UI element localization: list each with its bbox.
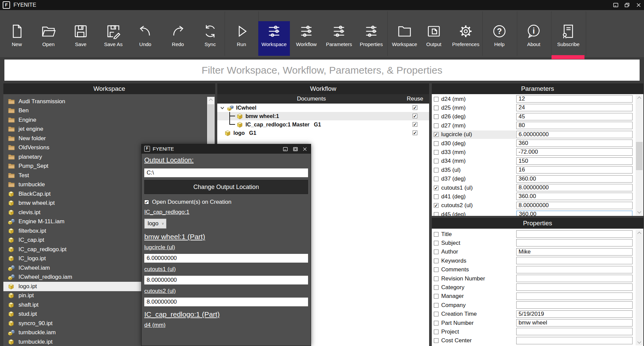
property-value-input[interactable] — [516, 239, 633, 246]
ribbon-button[interactable]: Parameters — [323, 21, 355, 56]
close-icon[interactable] — [634, 2, 643, 8]
parameter-value-input[interactable] — [516, 95, 633, 103]
workflow-document-row[interactable]: IC_cap_redlogo:1 MasterG1 — [217, 120, 429, 129]
property-value-input[interactable] — [516, 310, 633, 318]
scroll-up-icon[interactable] — [209, 99, 213, 102]
parameter-checkbox[interactable] — [434, 123, 439, 128]
parameter-checkbox[interactable] — [434, 132, 439, 137]
document-select[interactable]: logo˅ — [144, 219, 166, 229]
scroll-down-icon[interactable] — [637, 209, 641, 213]
workspace-item[interactable]: jet engine — [3, 125, 206, 134]
ribbon-button[interactable]: About — [518, 21, 550, 56]
ribbon-button[interactable]: Workflow — [291, 21, 322, 56]
parameter-checkbox[interactable] — [434, 203, 439, 208]
parameter-value-input[interactable] — [516, 210, 633, 216]
ribbon-button[interactable]: Subscribe — [553, 21, 584, 56]
parameter-checkbox[interactable] — [434, 106, 439, 110]
ribbon-button[interactable]: New — [1, 21, 33, 56]
minimize-icon[interactable] — [611, 2, 620, 8]
parameter-checkbox[interactable] — [434, 212, 439, 216]
workspace-item[interactable]: Audi Transmission — [3, 97, 206, 106]
parameter-value-input[interactable] — [516, 140, 633, 147]
ribbon-button[interactable]: Save As — [98, 21, 129, 56]
parameter-checkbox[interactable] — [434, 168, 439, 172]
workflow-document-row[interactable]: ICwheel — [217, 104, 429, 112]
property-value-input[interactable] — [516, 301, 633, 309]
parameter-checkbox[interactable] — [434, 141, 439, 146]
ribbon-button[interactable]: Save — [65, 21, 97, 56]
property-checkbox[interactable] — [434, 232, 439, 237]
property-value-input[interactable] — [516, 266, 633, 273]
parameter-value-input[interactable] — [516, 175, 633, 183]
reuse-checkbox[interactable] — [413, 105, 417, 110]
parameter-value-input[interactable] — [516, 166, 633, 174]
property-checkbox[interactable] — [434, 330, 439, 334]
parameter-checkbox[interactable] — [434, 97, 439, 102]
minimize-icon[interactable] — [281, 146, 289, 152]
property-value-input[interactable] — [516, 293, 633, 300]
property-checkbox[interactable] — [434, 276, 439, 281]
parameter-value-input[interactable] — [516, 202, 633, 209]
property-value-input[interactable] — [516, 275, 633, 282]
ribbon-button[interactable]: Sync — [194, 21, 226, 56]
property-value-input[interactable] — [516, 328, 633, 335]
parameters-scrollbar[interactable] — [636, 95, 643, 215]
scroll-up-icon[interactable] — [637, 97, 641, 100]
property-checkbox[interactable] — [434, 241, 439, 245]
parameter-value-input[interactable] — [516, 113, 633, 120]
property-value-input[interactable] — [516, 337, 633, 344]
workspace-item[interactable]: Engine — [3, 115, 206, 125]
properties-scrollbar[interactable] — [636, 230, 643, 345]
parameter-value-input[interactable] — [516, 184, 633, 191]
property-value-input[interactable] — [516, 319, 633, 326]
property-checkbox[interactable] — [434, 249, 439, 254]
property-value-input[interactable] — [516, 230, 633, 238]
parameter-value-input[interactable] — [516, 148, 633, 156]
property-checkbox[interactable] — [434, 321, 439, 325]
property-checkbox[interactable] — [434, 285, 439, 290]
close-icon[interactable] — [301, 146, 309, 152]
parameter-checkbox[interactable] — [434, 177, 439, 181]
ribbon-button[interactable]: Workspace — [389, 21, 420, 56]
parameter-checkbox[interactable] — [434, 186, 439, 190]
reuse-checkbox[interactable] — [413, 130, 417, 135]
parameter-value-input[interactable] — [516, 193, 633, 200]
parameter-value-input[interactable] — [516, 131, 633, 138]
restore-icon[interactable] — [623, 2, 632, 8]
filter-input[interactable] — [4, 59, 640, 81]
ribbon-button[interactable]: Output — [418, 21, 450, 56]
parameter-value-input[interactable] — [516, 157, 633, 165]
dialog-text-input[interactable] — [144, 254, 308, 263]
reuse-checkbox[interactable] — [413, 122, 417, 127]
open-documents-checkbox[interactable] — [144, 200, 149, 204]
workflow-document-row[interactable]: bmw wheel:1 — [217, 112, 429, 120]
property-value-input[interactable] — [516, 257, 633, 264]
ribbon-button[interactable]: Open — [33, 21, 64, 56]
ribbon-button[interactable]: Help — [484, 21, 515, 56]
workspace-item[interactable]: Ben — [3, 106, 206, 116]
property-checkbox[interactable] — [434, 338, 439, 343]
dialog-text-input[interactable] — [144, 298, 308, 306]
scroll-down-icon[interactable] — [637, 340, 641, 343]
ribbon-button[interactable]: Preferences — [450, 21, 482, 56]
parameter-checkbox[interactable] — [434, 114, 439, 119]
change-output-location-button[interactable]: Change Output Location — [144, 180, 308, 194]
ribbon-button[interactable]: Run — [226, 21, 257, 56]
maximize-icon[interactable] — [291, 146, 299, 152]
parameter-checkbox[interactable] — [434, 194, 439, 199]
scrollbar-thumb[interactable] — [636, 142, 643, 170]
scroll-up-icon[interactable] — [637, 232, 641, 235]
parameter-value-input[interactable] — [516, 104, 633, 111]
ribbon-button[interactable]: Redo — [162, 21, 194, 56]
ribbon-button[interactable]: Properties — [355, 21, 387, 56]
dialog-text-input[interactable] — [144, 168, 308, 177]
property-value-input[interactable] — [516, 248, 633, 256]
chevron-down-icon[interactable] — [220, 106, 225, 110]
dialog-text-input[interactable] — [144, 276, 308, 284]
parameter-checkbox[interactable] — [434, 159, 439, 163]
property-checkbox[interactable] — [434, 267, 439, 272]
ribbon-button[interactable]: Workspace — [258, 21, 290, 56]
property-value-input[interactable] — [516, 283, 633, 291]
reuse-checkbox[interactable] — [413, 114, 417, 118]
ribbon-button[interactable]: Undo — [129, 21, 161, 56]
